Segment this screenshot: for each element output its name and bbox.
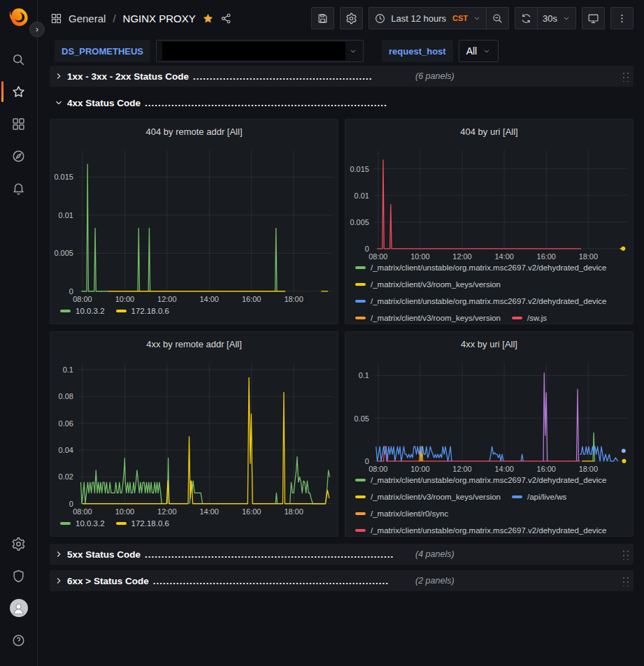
legend-item[interactable]: /_matrix/client/unstable/org.matrix.msc2… xyxy=(355,296,607,307)
time-range-picker[interactable]: Last 12 hours CST xyxy=(368,7,487,29)
legend-series-label: /_matrix/client/unstable/org.matrix.msc2… xyxy=(371,526,607,535)
legend-item[interactable]: 10.0.3.2 xyxy=(60,305,105,316)
breadcrumb-section[interactable]: General xyxy=(69,13,106,24)
svg-text:0: 0 xyxy=(69,500,73,508)
sidebar-item-search[interactable] xyxy=(0,43,38,75)
sidebar-item-alerting[interactable] xyxy=(0,172,38,204)
save-icon xyxy=(317,13,329,24)
variable-dropdown-ds-prometheus[interactable] xyxy=(156,40,364,62)
chevron-right-icon xyxy=(54,71,64,81)
legend-series-label: /_matrix/client/unstable/org.matrix.msc2… xyxy=(371,476,607,484)
legend-item[interactable]: 172.18.0.6 xyxy=(116,305,169,316)
legend-series-label: /sw.js xyxy=(527,314,547,322)
refresh-button[interactable] xyxy=(515,7,538,29)
request-host-value: All xyxy=(466,45,478,57)
dashboard-title[interactable]: NGINX PROXY xyxy=(123,13,196,24)
legend-item[interactable]: /_matrix/client/r0/sync xyxy=(355,509,448,519)
timeseries-chart[interactable]: 08:0010:0012:0014:0016:0018:0000.050.1 xyxy=(345,356,633,475)
grafana-logo-icon[interactable] xyxy=(8,7,29,28)
dashboard-settings-button[interactable] xyxy=(340,7,363,29)
row-title-dots: ........................................… xyxy=(145,549,407,560)
legend-item[interactable]: /sw.js xyxy=(512,313,547,324)
row-drag-handle[interactable] xyxy=(621,575,629,586)
legend-item[interactable]: /api/live/ws xyxy=(512,492,566,502)
refresh-interval-dropdown[interactable]: 30s xyxy=(538,7,576,29)
legend-item[interactable]: /_matrix/client/v3/room_keys/version xyxy=(355,492,501,502)
apps-grid-icon[interactable] xyxy=(50,13,62,24)
svg-text:14:00: 14:00 xyxy=(494,465,513,473)
row-drag-handle[interactable] xyxy=(621,71,629,82)
row-6xx[interactable]: 6xx > Status Code.......................… xyxy=(50,570,634,591)
legend-item[interactable]: /_matrix/client/v3/room_keys/version xyxy=(355,280,501,290)
chevron-right-icon xyxy=(54,549,64,559)
help-icon xyxy=(11,633,26,648)
legend-item[interactable]: /_matrix/client/unstable/org.matrix.msc2… xyxy=(355,526,607,536)
svg-text:0.04: 0.04 xyxy=(59,446,73,454)
main-area: General / NGINX PROXY Last 12 hours C xyxy=(38,0,644,666)
chevron-down-icon xyxy=(473,14,481,22)
svg-text:08:00: 08:00 xyxy=(73,295,92,303)
sidebar-item-configuration[interactable] xyxy=(0,528,38,560)
sidebar-item-server-admin[interactable] xyxy=(0,560,38,592)
svg-text:08:00: 08:00 xyxy=(368,252,387,261)
svg-text:18:00: 18:00 xyxy=(579,252,598,261)
cycle-view-mode-button[interactable] xyxy=(582,7,605,29)
row-5xx[interactable]: 5xx Status Code.........................… xyxy=(50,544,634,565)
panel-title[interactable]: 404 by uri [All] xyxy=(345,120,633,143)
legend-series-swatch xyxy=(355,283,366,286)
legend-series-label: /_matrix/client/v3/room_keys/version xyxy=(371,314,501,322)
svg-text:08:00: 08:00 xyxy=(368,465,387,473)
avatar xyxy=(10,599,28,617)
svg-text:12:00: 12:00 xyxy=(157,507,176,516)
svg-text:12:00: 12:00 xyxy=(452,465,471,473)
row-title: 1xx - 3xx - 2xx Status Code xyxy=(67,71,189,82)
timezone-label: CST xyxy=(452,14,468,22)
refresh-interval-label: 30s xyxy=(543,13,557,24)
variable-label-request-host[interactable]: request_host xyxy=(382,40,453,62)
panel-title[interactable]: 404 by remote addr [All] xyxy=(50,120,338,143)
legend-series-swatch xyxy=(512,495,522,498)
chevron-right-icon xyxy=(54,576,64,586)
svg-text:10:00: 10:00 xyxy=(115,295,134,303)
svg-text:0: 0 xyxy=(365,457,369,465)
legend-series-label: 10.0.3.2 xyxy=(76,519,105,528)
sidebar-expand-button[interactable]: › xyxy=(29,22,45,37)
favorite-star-icon[interactable] xyxy=(202,13,214,24)
svg-text:0: 0 xyxy=(69,287,73,296)
variables-submenu: DS_PROMETHEUS request_host All xyxy=(38,36,644,66)
row-panel-count: (6 panels) xyxy=(415,71,455,81)
legend-item[interactable]: /_matrix/client/unstable/org.matrix.msc2… xyxy=(355,475,607,486)
row-title-dots: ........................................… xyxy=(153,576,407,586)
legend-series-label: /_matrix/client/unstable/org.matrix.msc2… xyxy=(371,297,607,305)
legend-item[interactable]: 172.18.0.6 xyxy=(116,518,169,528)
legend-item[interactable]: /_matrix/client/v3/room_keys/version xyxy=(355,313,501,324)
variable-dropdown-request-host[interactable]: All xyxy=(459,40,499,62)
svg-text:0.05: 0.05 xyxy=(355,414,369,423)
sidebar-item-help[interactable] xyxy=(0,624,38,656)
svg-text:14:00: 14:00 xyxy=(494,252,513,261)
row-4xx[interactable]: 4xx Status Code.........................… xyxy=(50,92,634,113)
dashboard-body: 1xx - 3xx - 2xx Status Code.............… xyxy=(38,66,644,666)
sidebar-item-explore[interactable] xyxy=(0,140,38,172)
row-1xx-3xx-2xx[interactable]: 1xx - 3xx - 2xx Status Code.............… xyxy=(50,66,634,87)
panel-title[interactable]: 4xx by remote addr [All] xyxy=(50,332,338,356)
timeseries-chart[interactable]: 08:0010:0012:0014:0016:0018:0000.0050.01… xyxy=(50,143,338,305)
timeseries-chart[interactable]: 08:0010:0012:0014:0016:0018:0000.020.040… xyxy=(50,356,338,518)
save-dashboard-button[interactable] xyxy=(311,7,334,29)
variable-label-ds-prometheus[interactable]: DS_PROMETHEUS xyxy=(55,40,150,62)
sidebar-item-starred[interactable] xyxy=(0,75,38,108)
legend-series-swatch xyxy=(355,479,366,482)
timeseries-chart[interactable]: 08:0010:0012:0014:0016:0018:0000.0050.01… xyxy=(345,143,633,263)
legend-item[interactable]: /_matrix/client/unstable/org.matrix.msc2… xyxy=(355,263,607,273)
sidebar-item-dashboards[interactable] xyxy=(0,108,38,140)
breadcrumb-separator: / xyxy=(112,13,116,24)
svg-text:12:00: 12:00 xyxy=(157,295,176,303)
share-icon[interactable] xyxy=(220,13,232,24)
row-drag-handle[interactable] xyxy=(621,549,629,560)
legend-item[interactable]: 10.0.3.2 xyxy=(60,518,105,528)
kebab-menu-button[interactable] xyxy=(610,7,634,29)
sidebar-item-profile[interactable] xyxy=(0,592,38,624)
svg-text:16:00: 16:00 xyxy=(537,465,556,473)
panel-title[interactable]: 4xx by uri [All] xyxy=(345,332,633,356)
zoom-out-button[interactable] xyxy=(487,7,509,29)
